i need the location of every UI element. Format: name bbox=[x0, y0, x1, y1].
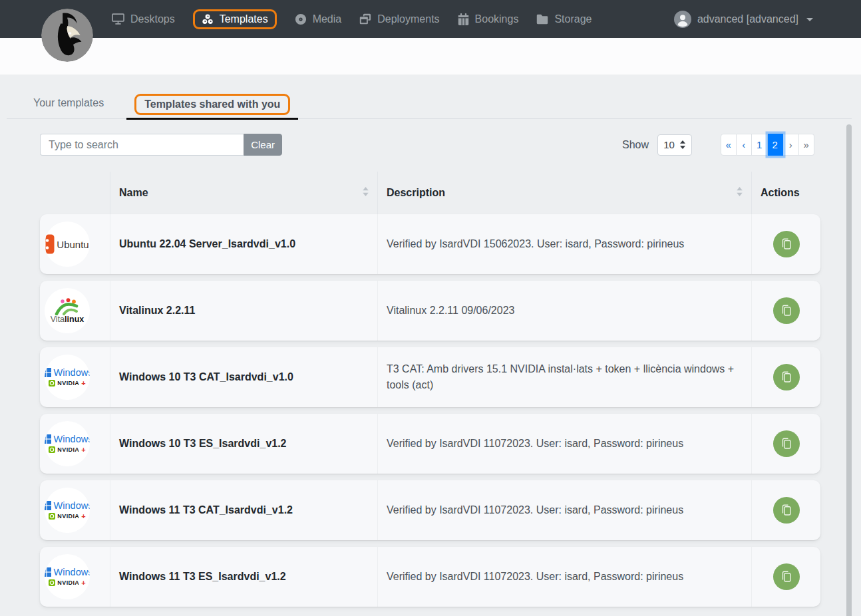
duplicate-template-button[interactable] bbox=[773, 497, 800, 524]
column-header-label: Actions bbox=[761, 187, 800, 199]
template-description: Verified by IsardVDI 11072023. User: isa… bbox=[378, 547, 752, 607]
tabs-bar: Your templatesTemplates shared with you bbox=[7, 75, 852, 119]
nav-item-label: Media bbox=[313, 13, 342, 25]
nvidia-logo-text: NVIDIA bbox=[57, 513, 79, 520]
top-navbar: DesktopsTemplatesMediaDeploymentsBooking… bbox=[0, 0, 861, 38]
template-name: Windows 10 T3 CAT_Isardvdi_v1.0 bbox=[110, 347, 378, 407]
templates-panel: Clear Show 10 «‹12›» NameDescriptionActi… bbox=[0, 119, 861, 607]
templates-icon bbox=[202, 13, 214, 25]
nav-item-label: Storage bbox=[554, 13, 592, 25]
tab-label: Templates shared with you bbox=[134, 94, 290, 115]
template-row[interactable]: VitalinuxVitalinux 2.2.11Vitalinux 2.2.1… bbox=[40, 281, 820, 341]
nav-item-storage[interactable]: Storage bbox=[536, 13, 592, 25]
tab-your-templates[interactable]: Your templates bbox=[23, 90, 114, 118]
template-name: Windows 11 T3 ES_Isardvdi_v1.2 bbox=[110, 547, 378, 607]
template-row[interactable]: WindowsNVIDIA+Windows 10 T3 CAT_Isardvdi… bbox=[40, 347, 820, 407]
row-logo-cell: Ubuntu bbox=[40, 214, 110, 274]
pagination: «‹12›» bbox=[721, 134, 814, 156]
tab-templates-shared-with-you[interactable]: Templates shared with you bbox=[126, 94, 298, 120]
windows-nvidia-logo: WindowsNVIDIA+ bbox=[45, 554, 90, 599]
nav-item-bookings[interactable]: Bookings bbox=[458, 13, 519, 25]
nvidia-plus-text: + bbox=[81, 512, 85, 520]
scrollbar-thumb[interactable] bbox=[846, 124, 852, 616]
row-actions-cell bbox=[752, 214, 820, 274]
list-controls: Show 10 «‹12›» bbox=[622, 134, 814, 156]
row-logo-cell: WindowsNVIDIA+ bbox=[40, 480, 110, 540]
template-name: Vitalinux 2.2.11 bbox=[110, 281, 378, 341]
pagination-next[interactable]: › bbox=[783, 134, 799, 156]
column-header-description[interactable]: Description bbox=[378, 172, 752, 214]
nav-item-label: Bookings bbox=[475, 13, 519, 25]
row-actions-cell bbox=[752, 347, 820, 407]
column-header-logo bbox=[40, 172, 110, 214]
nvidia-eye-icon bbox=[49, 446, 55, 453]
duplicate-template-button[interactable] bbox=[773, 430, 800, 457]
ubuntu-mark-icon bbox=[45, 234, 55, 254]
nav-item-templates[interactable]: Templates bbox=[193, 9, 277, 29]
vitalinux-logo-text: Vita bbox=[51, 315, 65, 324]
nvidia-plus-text: + bbox=[81, 446, 85, 454]
table-toolbar: Clear Show 10 «‹12›» bbox=[40, 134, 820, 156]
nav-item-desktops[interactable]: Desktops bbox=[112, 13, 175, 25]
search-input[interactable] bbox=[40, 134, 244, 156]
search-group: Clear bbox=[40, 134, 282, 156]
deployments-icon bbox=[359, 13, 371, 25]
template-row[interactable]: WindowsNVIDIA+Windows 10 T3 ES_Isardvdi_… bbox=[40, 414, 820, 474]
app-root: DesktopsTemplatesMediaDeploymentsBooking… bbox=[0, 0, 861, 616]
table-body: UbuntuUbuntu 22.04 Server_Isardvdi_v1.0V… bbox=[40, 214, 820, 607]
duplicate-template-button[interactable] bbox=[773, 563, 800, 590]
windows-flag-icon bbox=[45, 567, 51, 577]
ubuntu-logo-text: Ubuntu bbox=[57, 239, 88, 250]
duplicate-template-button[interactable] bbox=[773, 297, 800, 324]
select-arrows-icon bbox=[679, 140, 686, 149]
sort-icon bbox=[737, 187, 743, 199]
copy-icon bbox=[779, 503, 794, 518]
pagination-prev[interactable]: ‹ bbox=[737, 134, 753, 156]
media-icon bbox=[295, 13, 307, 25]
nav-item-label: Templates bbox=[220, 13, 268, 25]
copy-icon bbox=[779, 237, 794, 251]
template-row[interactable]: WindowsNVIDIA+Windows 11 T3 CAT_Isardvdi… bbox=[40, 480, 820, 540]
duplicate-template-button[interactable] bbox=[773, 364, 800, 390]
storage-icon bbox=[536, 14, 548, 25]
template-name: Ubuntu 22.04 Server_Isardvdi_v1.0 bbox=[110, 214, 378, 274]
caret-down-icon bbox=[806, 18, 813, 21]
row-actions-cell bbox=[752, 480, 820, 540]
nav-item-deployments[interactable]: Deployments bbox=[359, 13, 439, 25]
nvidia-eye-icon bbox=[49, 513, 55, 520]
user-dropdown[interactable]: advanced [advanced] bbox=[674, 11, 813, 28]
isardvdi-logo[interactable] bbox=[41, 9, 93, 62]
nvidia-eye-icon bbox=[49, 380, 55, 386]
copy-icon bbox=[779, 569, 794, 584]
pagination-first[interactable]: « bbox=[721, 134, 737, 156]
pagination-page-1[interactable]: 1 bbox=[752, 134, 768, 156]
duplicate-template-button[interactable] bbox=[773, 231, 800, 257]
pagination-last[interactable]: » bbox=[799, 134, 815, 156]
page-size-value: 10 bbox=[663, 139, 675, 150]
desktop-icon bbox=[112, 13, 124, 25]
nav-item-media[interactable]: Media bbox=[295, 13, 342, 25]
row-actions-cell bbox=[752, 547, 820, 607]
tab-label: Your templates bbox=[33, 97, 104, 109]
nav-item-label: Desktops bbox=[130, 13, 175, 25]
user-avatar-icon bbox=[674, 11, 691, 28]
column-header-label: Description bbox=[387, 187, 445, 199]
pagination-page-2[interactable]: 2 bbox=[768, 134, 784, 156]
nvidia-eye-icon bbox=[49, 579, 55, 586]
template-row[interactable]: WindowsNVIDIA+Windows 11 T3 ES_Isardvdi_… bbox=[40, 547, 820, 607]
template-row[interactable]: UbuntuUbuntu 22.04 Server_Isardvdi_v1.0V… bbox=[40, 214, 820, 274]
row-actions-cell bbox=[752, 414, 820, 474]
column-header-label: Name bbox=[119, 187, 148, 199]
template-description: T3 CAT: Amb drivers 15.1 NVIDIA instal·l… bbox=[378, 347, 752, 407]
row-actions-cell bbox=[752, 281, 820, 341]
bookings-icon bbox=[458, 13, 469, 25]
page-size-select[interactable]: 10 bbox=[657, 134, 692, 156]
clear-button[interactable]: Clear bbox=[244, 134, 282, 156]
table-header: NameDescriptionActions bbox=[40, 172, 820, 214]
column-header-name[interactable]: Name bbox=[110, 172, 378, 214]
nav-item-label: Deployments bbox=[377, 13, 439, 25]
nvidia-logo-text: NVIDIA bbox=[57, 579, 79, 586]
windows-flag-icon bbox=[45, 501, 51, 510]
windows-logo-text: Windows bbox=[54, 567, 90, 577]
row-logo-cell: Vitalinux bbox=[40, 281, 110, 341]
